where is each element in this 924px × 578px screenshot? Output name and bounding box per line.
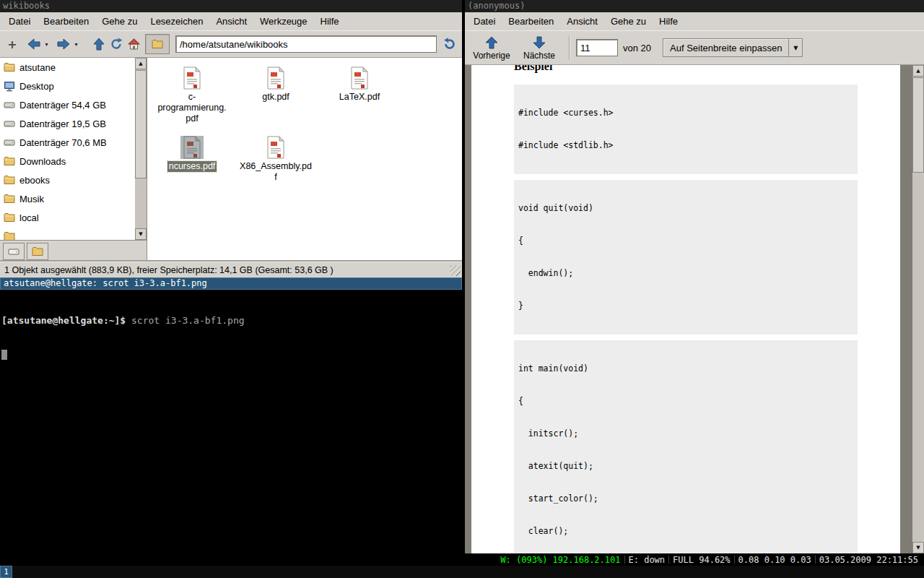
- fm-titlebar[interactable]: wikibooks: [0, 0, 462, 12]
- code-line: clear();: [518, 526, 853, 537]
- pdf-file-icon: [180, 66, 204, 90]
- resize-grip[interactable]: [450, 265, 461, 276]
- pdf-scrollbar[interactable]: ▲ ▼: [912, 65, 924, 553]
- pdf-menu-hilfe[interactable]: Hilfe: [653, 14, 684, 29]
- up-arrow-icon: [484, 35, 499, 50]
- file-item-ncurses-selected[interactable]: ncurses.pdf: [150, 133, 234, 183]
- file-item-gtk[interactable]: gtk.pdf: [234, 64, 318, 124]
- pdf-page: Beispiel #include <curses.h> #include <s…: [471, 65, 900, 553]
- sidebar-item-partial[interactable]: [0, 227, 135, 240]
- folder-icon: [32, 246, 43, 256]
- up-arrow-icon: [93, 38, 105, 51]
- fm-menu-datei[interactable]: Datei: [2, 14, 37, 29]
- pdf-menu-bearbeiten[interactable]: Bearbeiten: [502, 14, 560, 29]
- file-item-c-programmierung[interactable]: c-programmierung.pdf: [150, 64, 234, 124]
- forward-history-dropdown[interactable]: ▾: [72, 34, 80, 54]
- refresh-button[interactable]: [108, 34, 125, 54]
- fm-menu-werkzeuge[interactable]: Werkzeuge: [253, 14, 314, 29]
- up-button[interactable]: [90, 34, 108, 54]
- next-page-label: Nächste: [523, 51, 555, 61]
- sidebar-item-label: Musik: [19, 194, 44, 204]
- terminal-screen[interactable]: [atsutane@hellgate:~]$ scrot i3-3.a-bf1.…: [0, 290, 462, 553]
- fm-sidebar: atsutane Desktop Datenträger 54,4 GB Dat…: [0, 58, 147, 262]
- sidebar-item-local[interactable]: local: [0, 208, 135, 227]
- sidebar-item-atsutane[interactable]: atsutane: [0, 58, 135, 77]
- pdf-menu-datei[interactable]: Datei: [467, 14, 502, 29]
- terminal-prompt-line: [atsutane@hellgate:~]$ scrot i3-3.a-bf1.…: [1, 315, 461, 327]
- sidebar-scrollbar[interactable]: ▲ ▼: [135, 58, 147, 240]
- terminal-cursor-line: [1, 350, 461, 363]
- sidebar-item-musik[interactable]: Musik: [0, 189, 135, 208]
- side-pane-toggle-button[interactable]: [145, 34, 170, 54]
- previous-page-label: Vorherige: [473, 51, 510, 61]
- pdf-file-icon: [180, 136, 204, 159]
- sidebar-item-volume-2[interactable]: Datenträger 19,5 GB: [0, 114, 135, 133]
- previous-page-button[interactable]: Vorherige: [468, 32, 515, 64]
- code-line: initscr();: [518, 428, 853, 439]
- fm-menubar: Datei Bearbeiten Gehe zu Lesezeichen Ans…: [0, 12, 462, 30]
- fm-menu-bearbeiten[interactable]: Bearbeiten: [37, 14, 95, 29]
- path-input[interactable]: [175, 35, 437, 53]
- desktop-icon: [3, 81, 15, 92]
- pdf-toolbar: Vorherige Nächste von 20 Auf Seitenbreit…: [465, 30, 924, 65]
- fm-statusbar: 1 Objekt ausgewählt (883,9 KB), freier S…: [0, 262, 462, 277]
- prompt-close: :~]$: [103, 315, 131, 326]
- next-page-button[interactable]: Nächste: [515, 32, 563, 64]
- file-item-latex[interactable]: LaTeX.pdf: [318, 64, 401, 124]
- forward-button[interactable]: [55, 34, 72, 54]
- sidebar-item-volume-1[interactable]: Datenträger 54,4 GB: [0, 95, 135, 114]
- fm-menu-gehe-zu[interactable]: Gehe zu: [95, 14, 144, 29]
- fm-menu-hilfe[interactable]: Hilfe: [314, 14, 346, 29]
- sidebar-item-label: Datenträger 19,5 GB: [19, 118, 106, 129]
- chevron-down-icon[interactable]: ▼: [788, 39, 802, 56]
- refresh-icon: [110, 38, 123, 51]
- plus-icon: +: [7, 38, 17, 51]
- sidebar-item-label: Desktop: [19, 81, 54, 92]
- folder-icon: [152, 39, 163, 49]
- code-line: endwin();: [518, 268, 853, 279]
- pdf-scrollbar-thumb[interactable]: [912, 77, 924, 173]
- home-button[interactable]: [125, 34, 142, 54]
- scroll-up-icon[interactable]: ▲: [135, 58, 147, 69]
- pdf-titlebar[interactable]: (anonymous): [465, 0, 924, 12]
- page-total-label: von 20: [623, 43, 651, 53]
- zoom-mode-combo[interactable]: Auf Seitenbreite einpassen ▼: [663, 38, 803, 57]
- terminal-titlebar[interactable]: atsutane@hellgate: scrot i3-3.a-bf1.png: [0, 277, 462, 290]
- folder-icon: [3, 212, 15, 223]
- back-button[interactable]: [25, 34, 43, 54]
- side-pane-switcher: [0, 240, 147, 262]
- go-button[interactable]: [441, 34, 458, 54]
- code-line: #include <stdlib.h>: [518, 140, 853, 151]
- drive-icon: [3, 100, 15, 110]
- fm-menu-lesezeichen[interactable]: Lesezeichen: [144, 14, 209, 29]
- tree-pane-button[interactable]: [27, 243, 48, 260]
- page-number-input[interactable]: [576, 39, 618, 56]
- terminal-command: scrot i3-3.a-bf1.png: [131, 315, 245, 326]
- drive-icon: [8, 246, 19, 256]
- sidebar-item-desktop[interactable]: Desktop: [0, 77, 135, 95]
- sidebar-item-volume-3[interactable]: Datenträger 70,6 MB: [0, 133, 135, 152]
- status-datetime: 03.05.2009 22:11:55: [816, 555, 922, 565]
- scroll-up-icon[interactable]: ▲: [912, 65, 924, 77]
- new-tab-button[interactable]: +: [4, 34, 21, 54]
- file-label: c-programmierung.pdf: [156, 92, 228, 124]
- terminal-window: atsutane@hellgate: scrot i3-3.a-bf1.png …: [0, 277, 462, 553]
- sidebar-item-ebooks[interactable]: ebooks: [0, 171, 135, 189]
- file-item-x86-assembly[interactable]: X86_Assembly.pdf: [234, 133, 318, 183]
- sidebar-item-label: atsutane: [19, 62, 56, 73]
- sidebar-scrollbar-thumb[interactable]: [135, 70, 147, 178]
- scroll-down-icon[interactable]: ▼: [912, 542, 924, 553]
- code-block-main: int main(void) { initscr(); atexit(quit)…: [514, 340, 858, 553]
- workspace-button-1[interactable]: 1: [0, 566, 12, 578]
- pdf-menu-ansicht[interactable]: Ansicht: [560, 14, 604, 29]
- fm-menu-ansicht[interactable]: Ansicht: [209, 14, 253, 29]
- scroll-down-icon[interactable]: ▼: [135, 228, 147, 240]
- code-line: #include <curses.h>: [518, 108, 853, 118]
- fm-toolbar: + ▾ ▾: [0, 30, 462, 58]
- back-history-dropdown[interactable]: ▾: [43, 34, 51, 54]
- pdf-menu-gehe-zu[interactable]: Gehe zu: [604, 14, 653, 29]
- places-pane-button[interactable]: [3, 243, 25, 260]
- home-folder-icon: [3, 62, 15, 72]
- status-ethernet: E: down: [625, 555, 669, 565]
- sidebar-item-downloads[interactable]: Downloads: [0, 152, 135, 171]
